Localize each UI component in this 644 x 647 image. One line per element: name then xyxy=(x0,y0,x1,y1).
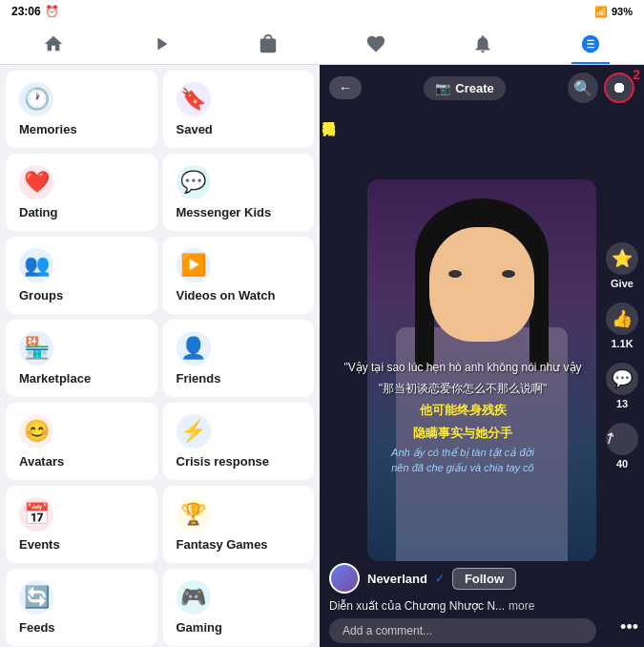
share-button[interactable]: ↗ 40 xyxy=(606,423,638,470)
comment-placeholder: Add a comment... xyxy=(343,624,432,637)
comment-button[interactable]: 💬 13 xyxy=(606,363,638,409)
menu-item-messenger-kids[interactable]: 💬 Messenger Kids xyxy=(163,154,315,231)
menu-grid: 🕐 Memories 🔖 Saved ❤️ Dating 💬 Messenger… xyxy=(6,71,314,647)
video-actions: ⭐ Give 👍 1.1K 💬 13 ↗ 40 xyxy=(606,242,638,470)
record-icon: ⏺ xyxy=(612,79,627,96)
menu-item-events[interactable]: 📅 Events xyxy=(6,486,157,563)
like-button[interactable]: 👍 1.1K xyxy=(606,303,638,349)
crisis-label: Crisis response xyxy=(177,454,301,469)
menu-item-saved[interactable]: 🔖 Saved xyxy=(163,71,315,148)
video-header: ← 📷 Create 🔍 ⏺ 2 xyxy=(320,65,644,111)
search-button[interactable]: 🔍 xyxy=(568,73,598,103)
camera-icon: 📷 xyxy=(435,81,450,95)
more-options-button[interactable]: ••• xyxy=(620,617,638,637)
comment-icon: 💬 xyxy=(606,363,638,395)
create-label: Create xyxy=(455,81,493,95)
like-count: 1.1K xyxy=(611,338,633,349)
more-button[interactable]: more xyxy=(509,599,534,613)
video-description: Diễn xuất của Chương Nhược N... more xyxy=(329,599,596,613)
battery: 93% xyxy=(612,6,633,17)
dating-icon: ❤️ xyxy=(19,165,53,199)
give-button[interactable]: ⭐ Give xyxy=(606,242,638,289)
memories-icon: 🕐 xyxy=(19,82,53,116)
nav-home[interactable] xyxy=(34,25,73,63)
gaming-label: Gaming xyxy=(177,620,301,635)
nav-marketplace[interactable] xyxy=(249,25,287,63)
subtitle-line6: nên đã che giấu và chia tay cô xyxy=(329,461,596,475)
menu-item-fantasy-games[interactable]: 🏆 Fantasy Games xyxy=(163,486,315,563)
dating-label: Dating xyxy=(19,205,144,219)
camera-button[interactable]: ⏺ 2 xyxy=(604,73,634,103)
channel-avatar xyxy=(329,563,360,594)
nav-bell[interactable] xyxy=(464,25,502,63)
share-count: 40 xyxy=(616,458,628,470)
menu-item-videos-on-watch[interactable]: ▶️ Videos on Watch xyxy=(163,237,315,314)
memories-label: Memories xyxy=(19,122,144,136)
comment-count: 13 xyxy=(616,398,628,409)
video-panel: ← 📷 Create 🔍 ⏺ 2 照亮你拍摄现场 xyxy=(320,65,644,647)
subtitle-line1: "Vậy tại sao lúc hẹn hò anh không nói nh… xyxy=(329,359,596,376)
back-button[interactable]: ← xyxy=(329,76,362,99)
alarm-icon: ⏰ xyxy=(45,5,59,18)
status-left: 23:06 ⏰ xyxy=(11,5,59,18)
share-icon: ↗ xyxy=(600,417,644,461)
gaming-icon: 🎮 xyxy=(177,580,211,615)
marketplace-label: Marketplace xyxy=(19,371,144,386)
videos-watch-label: Videos on Watch xyxy=(177,288,301,303)
menu-panel: 🕐 Memories 🔖 Saved ❤️ Dating 💬 Messenger… xyxy=(0,65,320,647)
give-label: Give xyxy=(611,278,634,289)
marketplace-icon: 🏪 xyxy=(19,331,53,365)
header-icons: 🔍 ⏺ 2 xyxy=(568,73,634,103)
camera-badge: 2 xyxy=(633,67,640,82)
nav-bar xyxy=(0,23,644,65)
menu-item-friends[interactable]: 👤 Friends xyxy=(163,320,315,397)
saved-icon: 🔖 xyxy=(177,82,211,116)
subtitle-line4: 隐瞒事实与她分手 xyxy=(329,424,596,443)
avatars-label: Avatars xyxy=(19,454,144,469)
videos-watch-icon: ▶️ xyxy=(177,248,211,282)
subtitle-line5: Anh ấy có thể bị tàn tật cả đời xyxy=(329,446,596,460)
menu-item-feeds[interactable]: 🔄 Feeds xyxy=(6,569,157,646)
messenger-kids-label: Messenger Kids xyxy=(177,205,301,219)
sim-icon: 📶 xyxy=(594,6,608,18)
verified-icon: ✓ xyxy=(435,572,445,585)
comment-input[interactable]: Add a comment... xyxy=(329,618,596,643)
status-right: 📶 93% xyxy=(594,6,633,18)
avatars-icon: 😊 xyxy=(19,414,53,449)
video-character xyxy=(320,65,644,647)
time: 23:06 xyxy=(11,5,41,18)
menu-item-marketplace[interactable]: 🏪 Marketplace xyxy=(6,320,157,397)
menu-item-groups[interactable]: 👥 Groups xyxy=(6,237,157,314)
status-bar: 23:06 ⏰ 📶 93% xyxy=(0,0,644,23)
subtitle-area: "Vậy tại sao lúc hẹn hò anh không nói nh… xyxy=(320,359,606,475)
groups-label: Groups xyxy=(19,288,144,303)
groups-icon: 👥 xyxy=(19,248,53,282)
search-icon: 🔍 xyxy=(573,79,592,97)
menu-item-dating[interactable]: ❤️ Dating xyxy=(6,154,157,231)
events-label: Events xyxy=(19,537,144,552)
nav-heart[interactable] xyxy=(357,25,395,63)
fantasy-icon: 🏆 xyxy=(177,497,211,532)
video-bottom: Neverland ✓ Follow Diễn xuất của Chương … xyxy=(320,563,606,613)
menu-item-avatars[interactable]: 😊 Avatars xyxy=(6,403,157,480)
channel-name: Neverland xyxy=(367,572,427,586)
saved-label: Saved xyxy=(177,122,301,136)
crisis-icon: ⚡ xyxy=(177,414,211,449)
follow-button[interactable]: Follow xyxy=(452,568,516,590)
desc-text: Diễn xuất của Chương Nhược N... xyxy=(329,599,505,613)
nav-menu[interactable] xyxy=(571,25,610,63)
menu-item-crisis-response[interactable]: ⚡ Crisis response xyxy=(163,403,315,480)
menu-item-memories[interactable]: 🕐 Memories xyxy=(6,71,157,148)
give-icon: ⭐ xyxy=(606,242,638,275)
subtitle-line3: 他可能终身残疾 xyxy=(329,401,596,420)
feeds-icon: 🔄 xyxy=(19,580,53,615)
friends-label: Friends xyxy=(177,371,301,386)
comment-bar: Add a comment... xyxy=(320,618,606,643)
friends-icon: 👤 xyxy=(177,331,211,365)
channel-row: Neverland ✓ Follow xyxy=(329,563,596,594)
events-icon: 📅 xyxy=(19,497,53,532)
create-button[interactable]: 📷 Create xyxy=(424,76,505,100)
like-icon: 👍 xyxy=(606,303,638,335)
menu-item-gaming[interactable]: 🎮 Gaming xyxy=(163,569,315,646)
nav-watch[interactable] xyxy=(142,25,180,63)
